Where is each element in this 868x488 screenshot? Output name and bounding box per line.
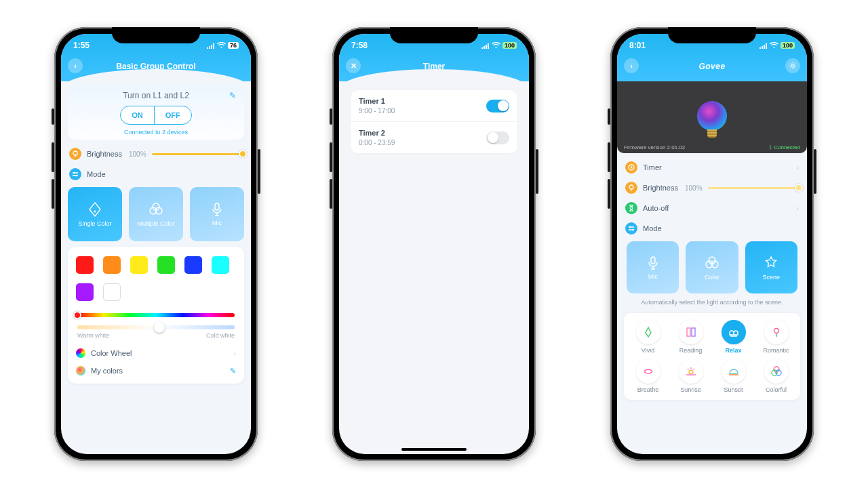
brightness-row: Brightness 100% [68, 144, 244, 164]
svg-point-3 [76, 175, 77, 176]
power-off[interactable]: OFF [154, 106, 191, 124]
svg-rect-15 [651, 257, 655, 264]
my-colors-row[interactable]: My colors ✎ [75, 362, 237, 380]
mode-multiple-color[interactable]: Multiple Color [129, 187, 183, 241]
temp-cold-label: Cold white [206, 332, 235, 339]
hourglass-icon [625, 202, 637, 214]
signal-icon [206, 43, 215, 49]
bulb-icon [69, 148, 81, 160]
mode-tiles: Mic Color Scene [624, 241, 800, 293]
swatch-cyan[interactable] [212, 256, 229, 274]
timer-switch-1[interactable] [486, 100, 509, 113]
bluetooth-icon: ᛒ [769, 144, 772, 150]
star-icon [763, 255, 779, 271]
back-button[interactable]: ‹ [68, 58, 83, 73]
timer-range: 0:00 - 23:59 [359, 139, 395, 146]
rgb-rings-icon [703, 255, 721, 271]
temperature-slider[interactable] [77, 325, 235, 329]
scene-colorful[interactable]: Colorful [757, 359, 795, 393]
chevron-right-icon: › [233, 349, 236, 357]
edit-icon[interactable]: ✎ [230, 367, 236, 375]
sliders-icon [625, 222, 637, 235]
scene-card: Vivid Reading Relax Romantic Breathe Sun… [624, 312, 800, 400]
svg-point-0 [73, 151, 77, 155]
timer-row[interactable]: Timer › [624, 157, 800, 178]
swatch-blue[interactable] [184, 256, 202, 274]
scene-vivid[interactable]: Vivid [629, 320, 667, 354]
group-card-title: Turn on L1 and L2 [75, 91, 237, 100]
mode-mic[interactable]: Mic [627, 241, 679, 293]
color-swatches [75, 253, 237, 304]
edit-icon[interactable]: ✎ [229, 91, 236, 100]
hue-slider[interactable] [77, 313, 235, 317]
mode-mic[interactable]: Mic [190, 187, 244, 241]
svg-point-9 [791, 64, 794, 67]
phone-2: 7:58 100 ✕ Timer Timer 1 9:00 - 17:00 [332, 27, 536, 461]
brightness-slider[interactable] [152, 153, 243, 155]
phone-1: 1:55 76 ‹ Basic Group Control ✎ Turn on … [54, 27, 258, 461]
mode-color[interactable]: Color [686, 241, 738, 293]
mode-single-color[interactable]: Single Color [68, 187, 122, 241]
swatch-orange[interactable] [103, 256, 121, 274]
brightness-slider[interactable] [708, 187, 799, 189]
close-button[interactable]: ✕ [346, 58, 361, 73]
wifi-icon [492, 42, 500, 49]
connection-status: Connected to 2 devices [75, 129, 237, 136]
chevron-right-icon: › [796, 163, 799, 171]
timer-switch-2[interactable] [486, 131, 509, 144]
gear-icon [789, 62, 797, 70]
auto-off-row[interactable]: Auto-off › [624, 198, 800, 218]
svg-point-2 [73, 172, 75, 174]
battery-badge: 100 [502, 42, 517, 49]
power-on[interactable]: ON [121, 106, 154, 124]
scene-hint: Automatically select the light according… [624, 299, 800, 306]
diamond-icon [87, 201, 103, 218]
temp-warm-label: Warm white [77, 332, 109, 339]
settings-button[interactable] [785, 58, 800, 73]
color-card: Warm white Cold white Color Wheel › My c… [68, 247, 244, 384]
swatch-green[interactable] [157, 256, 175, 274]
power-toggle[interactable]: ON OFF [120, 106, 192, 125]
header-title: Govee [698, 62, 725, 71]
scene-reading[interactable]: Reading [672, 320, 709, 354]
clock-icon [625, 161, 637, 174]
svg-rect-8 [215, 203, 219, 210]
bulb-illustration [697, 101, 727, 131]
bulb-icon [625, 182, 637, 194]
svg-rect-20 [692, 328, 695, 336]
rgb-rings-icon [147, 201, 165, 218]
timer-row-2[interactable]: Timer 2 0:00 - 23:59 [351, 121, 517, 153]
mode-scene[interactable]: Scene [745, 241, 797, 293]
svg-rect-12 [631, 189, 632, 190]
mode-tiles: Single Color Multiple Color Mic [68, 187, 244, 241]
swatch-white[interactable] [103, 283, 121, 301]
mode-label: Mode [87, 170, 106, 178]
wifi-icon [217, 42, 226, 49]
svg-point-13 [629, 226, 631, 228]
scene-sunrise[interactable]: Sunrise [672, 359, 709, 393]
color-wheel-row[interactable]: Color Wheel › [75, 344, 237, 362]
swatch-red[interactable] [76, 256, 94, 274]
scene-breathe[interactable]: Breathe [629, 359, 667, 393]
timer-name: Timer 2 [359, 129, 395, 137]
svg-rect-1 [75, 155, 76, 157]
back-button[interactable]: ‹ [624, 58, 639, 73]
scene-relax[interactable]: Relax [715, 320, 752, 354]
scene-romantic[interactable]: Romantic [757, 320, 795, 354]
mode-row-header: Mode [624, 218, 800, 239]
scene-sunset[interactable]: Sunset [715, 359, 752, 393]
battery-badge: 76 [228, 42, 239, 49]
phone-3: 8:01 100 ‹ Govee Firmware version 2.01.0… [610, 27, 814, 461]
swatch-yellow[interactable] [130, 256, 148, 274]
home-indicator[interactable] [401, 448, 467, 451]
wifi-icon [770, 42, 778, 49]
firmware-text: Firmware version 2.01.02 [624, 144, 685, 150]
brightness-row: Brightness 100% [624, 178, 800, 198]
mode-row-header: Mode [68, 164, 244, 184]
svg-rect-19 [687, 328, 690, 336]
timer-row-1[interactable]: Timer 1 9:00 - 17:00 [351, 90, 517, 121]
signal-icon [759, 43, 768, 49]
svg-point-22 [689, 370, 693, 374]
swatch-purple[interactable] [76, 283, 94, 301]
connection-text: Connected [774, 144, 800, 150]
